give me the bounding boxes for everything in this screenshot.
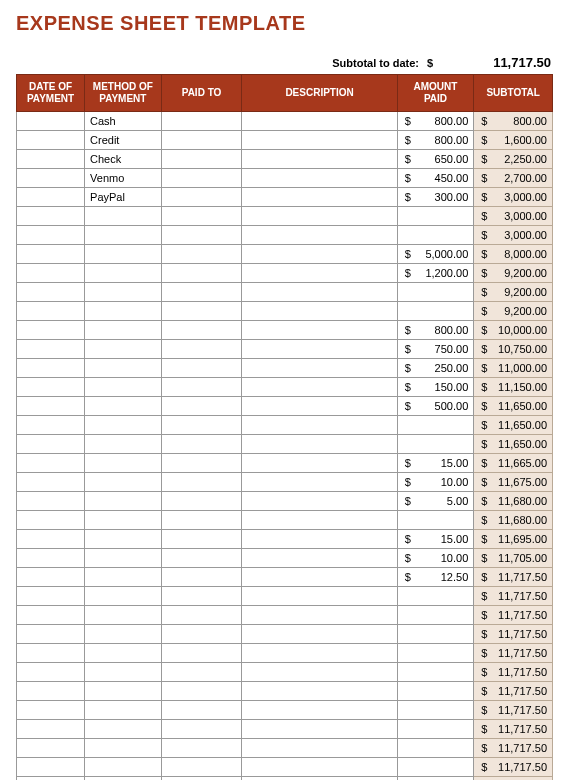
cell-paid-to[interactable] <box>161 644 242 663</box>
cell-method[interactable] <box>85 549 162 568</box>
cell-description[interactable] <box>242 378 397 397</box>
cell-paid-to[interactable] <box>161 720 242 739</box>
cell-description[interactable] <box>242 473 397 492</box>
cell-paid-to[interactable] <box>161 264 242 283</box>
cell-date[interactable] <box>17 245 85 264</box>
cell-amount[interactable]: $750.00 <box>397 340 474 359</box>
cell-paid-to[interactable] <box>161 492 242 511</box>
cell-date[interactable] <box>17 340 85 359</box>
cell-date[interactable] <box>17 682 85 701</box>
cell-description[interactable] <box>242 549 397 568</box>
cell-paid-to[interactable] <box>161 758 242 777</box>
cell-amount[interactable]: $10.00 <box>397 549 474 568</box>
cell-amount[interactable]: $650.00 <box>397 150 474 169</box>
cell-method[interactable] <box>85 587 162 606</box>
cell-method[interactable] <box>85 416 162 435</box>
cell-amount[interactable] <box>397 283 474 302</box>
cell-description[interactable] <box>242 150 397 169</box>
cell-amount[interactable]: $800.00 <box>397 131 474 150</box>
cell-amount[interactable] <box>397 435 474 454</box>
cell-date[interactable] <box>17 701 85 720</box>
cell-description[interactable] <box>242 568 397 587</box>
cell-amount[interactable]: $12.50 <box>397 568 474 587</box>
cell-method[interactable] <box>85 682 162 701</box>
cell-description[interactable] <box>242 435 397 454</box>
cell-date[interactable] <box>17 549 85 568</box>
cell-method[interactable] <box>85 321 162 340</box>
cell-description[interactable] <box>242 663 397 682</box>
cell-method[interactable] <box>85 207 162 226</box>
cell-date[interactable] <box>17 511 85 530</box>
cell-paid-to[interactable] <box>161 435 242 454</box>
cell-paid-to[interactable] <box>161 606 242 625</box>
cell-paid-to[interactable] <box>161 587 242 606</box>
cell-description[interactable] <box>242 207 397 226</box>
cell-method[interactable]: Cash <box>85 112 162 131</box>
cell-method[interactable]: PayPal <box>85 188 162 207</box>
cell-date[interactable] <box>17 188 85 207</box>
cell-date[interactable] <box>17 492 85 511</box>
cell-description[interactable] <box>242 530 397 549</box>
cell-description[interactable] <box>242 264 397 283</box>
cell-method[interactable] <box>85 777 162 781</box>
cell-method[interactable] <box>85 283 162 302</box>
cell-method[interactable] <box>85 492 162 511</box>
cell-date[interactable] <box>17 625 85 644</box>
cell-method[interactable] <box>85 758 162 777</box>
cell-date[interactable] <box>17 283 85 302</box>
cell-amount[interactable] <box>397 302 474 321</box>
cell-amount[interactable] <box>397 777 474 781</box>
cell-amount[interactable] <box>397 511 474 530</box>
cell-paid-to[interactable] <box>161 302 242 321</box>
cell-method[interactable] <box>85 397 162 416</box>
cell-amount[interactable]: $800.00 <box>397 321 474 340</box>
cell-description[interactable] <box>242 492 397 511</box>
cell-amount[interactable] <box>397 720 474 739</box>
cell-amount[interactable]: $10.00 <box>397 473 474 492</box>
cell-paid-to[interactable] <box>161 131 242 150</box>
cell-date[interactable] <box>17 435 85 454</box>
cell-date[interactable] <box>17 739 85 758</box>
cell-paid-to[interactable] <box>161 378 242 397</box>
cell-description[interactable] <box>242 777 397 781</box>
cell-paid-to[interactable] <box>161 663 242 682</box>
cell-date[interactable] <box>17 397 85 416</box>
cell-amount[interactable] <box>397 226 474 245</box>
cell-method[interactable] <box>85 454 162 473</box>
cell-method[interactable] <box>85 625 162 644</box>
cell-date[interactable] <box>17 606 85 625</box>
cell-paid-to[interactable] <box>161 625 242 644</box>
cell-date[interactable] <box>17 416 85 435</box>
cell-amount[interactable]: $5.00 <box>397 492 474 511</box>
cell-paid-to[interactable] <box>161 283 242 302</box>
cell-method[interactable] <box>85 644 162 663</box>
cell-date[interactable] <box>17 207 85 226</box>
cell-description[interactable] <box>242 454 397 473</box>
cell-paid-to[interactable] <box>161 112 242 131</box>
cell-amount[interactable]: $250.00 <box>397 359 474 378</box>
cell-date[interactable] <box>17 454 85 473</box>
cell-description[interactable] <box>242 511 397 530</box>
cell-method[interactable] <box>85 511 162 530</box>
cell-method[interactable] <box>85 568 162 587</box>
cell-description[interactable] <box>242 720 397 739</box>
cell-paid-to[interactable] <box>161 416 242 435</box>
cell-date[interactable] <box>17 112 85 131</box>
cell-method[interactable] <box>85 473 162 492</box>
cell-date[interactable] <box>17 720 85 739</box>
cell-amount[interactable] <box>397 625 474 644</box>
cell-date[interactable] <box>17 359 85 378</box>
cell-date[interactable] <box>17 264 85 283</box>
cell-amount[interactable] <box>397 606 474 625</box>
cell-amount[interactable]: $1,200.00 <box>397 264 474 283</box>
cell-date[interactable] <box>17 587 85 606</box>
cell-date[interactable] <box>17 378 85 397</box>
cell-description[interactable] <box>242 739 397 758</box>
cell-method[interactable] <box>85 378 162 397</box>
cell-date[interactable] <box>17 758 85 777</box>
cell-paid-to[interactable] <box>161 568 242 587</box>
cell-paid-to[interactable] <box>161 777 242 781</box>
cell-method[interactable]: Venmo <box>85 169 162 188</box>
cell-method[interactable] <box>85 701 162 720</box>
cell-method[interactable] <box>85 340 162 359</box>
